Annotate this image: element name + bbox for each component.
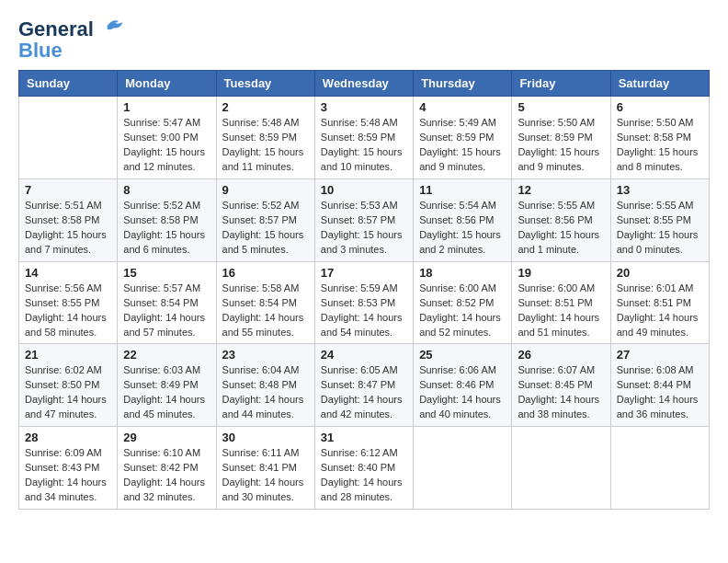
calendar-day-header: Monday <box>118 71 216 97</box>
calendar-week-row: 28Sunrise: 6:09 AM Sunset: 8:43 PM Dayli… <box>19 427 710 510</box>
calendar-week-row: 14Sunrise: 5:56 AM Sunset: 8:55 PM Dayli… <box>19 261 710 344</box>
day-number: 5 <box>518 100 604 114</box>
calendar-cell <box>512 427 610 510</box>
calendar-cell <box>19 97 118 179</box>
calendar-cell: 11Sunrise: 5:54 AM Sunset: 8:56 PM Dayli… <box>414 178 512 261</box>
day-number: 10 <box>321 183 407 197</box>
day-info: Sunrise: 6:08 AM Sunset: 8:44 PM Dayligh… <box>617 363 703 422</box>
day-info: Sunrise: 5:47 AM Sunset: 9:00 PM Dayligh… <box>123 116 210 175</box>
calendar-cell: 22Sunrise: 6:03 AM Sunset: 8:49 PM Dayli… <box>118 344 216 427</box>
calendar-cell: 23Sunrise: 6:04 AM Sunset: 8:48 PM Dayli… <box>216 344 314 427</box>
day-info: Sunrise: 6:12 AM Sunset: 8:40 PM Dayligh… <box>321 446 407 505</box>
calendar-cell: 27Sunrise: 6:08 AM Sunset: 8:44 PM Dayli… <box>610 344 709 427</box>
day-number: 30 <box>222 431 309 444</box>
calendar-cell: 5Sunrise: 5:50 AM Sunset: 8:59 PM Daylig… <box>512 97 610 179</box>
calendar-table: SundayMondayTuesdayWednesdayThursdayFrid… <box>18 70 710 510</box>
calendar-cell: 26Sunrise: 6:07 AM Sunset: 8:45 PM Dayli… <box>512 344 610 427</box>
day-number: 4 <box>419 100 506 114</box>
day-number: 23 <box>222 348 309 362</box>
day-number: 29 <box>123 431 210 444</box>
day-info: Sunrise: 6:10 AM Sunset: 8:42 PM Dayligh… <box>123 446 210 505</box>
day-number: 8 <box>123 183 210 197</box>
day-info: Sunrise: 5:50 AM Sunset: 8:58 PM Dayligh… <box>617 116 703 175</box>
calendar-day-header: Wednesday <box>314 71 413 97</box>
day-info: Sunrise: 6:07 AM Sunset: 8:45 PM Dayligh… <box>518 363 604 422</box>
day-info: Sunrise: 5:59 AM Sunset: 8:53 PM Dayligh… <box>321 282 407 340</box>
calendar-cell: 31Sunrise: 6:12 AM Sunset: 8:40 PM Dayli… <box>314 427 413 510</box>
day-info: Sunrise: 5:50 AM Sunset: 8:59 PM Dayligh… <box>518 116 604 175</box>
day-info: Sunrise: 5:53 AM Sunset: 8:57 PM Dayligh… <box>321 199 407 258</box>
calendar-cell: 16Sunrise: 5:58 AM Sunset: 8:54 PM Dayli… <box>216 261 314 344</box>
day-number: 31 <box>321 431 407 444</box>
day-number: 11 <box>419 183 506 197</box>
day-info: Sunrise: 5:57 AM Sunset: 8:54 PM Dayligh… <box>123 282 210 340</box>
day-info: Sunrise: 5:49 AM Sunset: 8:59 PM Dayligh… <box>419 116 506 175</box>
calendar-day-header: Tuesday <box>216 71 314 97</box>
day-number: 6 <box>617 100 703 114</box>
day-number: 22 <box>123 348 210 362</box>
calendar-cell: 28Sunrise: 6:09 AM Sunset: 8:43 PM Dayli… <box>19 427 118 510</box>
day-number: 26 <box>518 348 604 362</box>
day-info: Sunrise: 5:58 AM Sunset: 8:54 PM Dayligh… <box>222 282 309 340</box>
calendar-cell: 10Sunrise: 5:53 AM Sunset: 8:57 PM Dayli… <box>314 178 413 261</box>
day-info: Sunrise: 5:55 AM Sunset: 8:55 PM Dayligh… <box>617 199 703 258</box>
calendar-cell: 6Sunrise: 5:50 AM Sunset: 8:58 PM Daylig… <box>610 97 709 179</box>
day-number: 2 <box>222 100 309 114</box>
calendar-day-header: Saturday <box>610 71 709 97</box>
calendar-cell: 21Sunrise: 6:02 AM Sunset: 8:50 PM Dayli… <box>19 344 118 427</box>
day-info: Sunrise: 5:56 AM Sunset: 8:55 PM Dayligh… <box>25 282 111 340</box>
day-number: 12 <box>518 183 604 197</box>
day-info: Sunrise: 6:02 AM Sunset: 8:50 PM Dayligh… <box>25 363 111 422</box>
calendar-cell: 20Sunrise: 6:01 AM Sunset: 8:51 PM Dayli… <box>610 261 709 344</box>
day-number: 16 <box>222 266 309 280</box>
calendar-day-header: Thursday <box>414 71 512 97</box>
calendar-cell: 9Sunrise: 5:52 AM Sunset: 8:57 PM Daylig… <box>216 178 314 261</box>
day-number: 25 <box>419 348 506 362</box>
day-info: Sunrise: 6:05 AM Sunset: 8:47 PM Dayligh… <box>321 363 407 422</box>
day-info: Sunrise: 6:11 AM Sunset: 8:41 PM Dayligh… <box>222 446 309 505</box>
logo-blue: Blue <box>18 40 127 61</box>
logo: General Blue <box>18 18 127 61</box>
calendar-cell: 18Sunrise: 6:00 AM Sunset: 8:52 PM Dayli… <box>414 261 512 344</box>
day-info: Sunrise: 5:48 AM Sunset: 8:59 PM Dayligh… <box>222 116 309 175</box>
calendar-day-header: Friday <box>512 71 610 97</box>
day-info: Sunrise: 6:00 AM Sunset: 8:51 PM Dayligh… <box>518 282 604 340</box>
calendar-cell <box>610 427 709 510</box>
calendar-cell: 15Sunrise: 5:57 AM Sunset: 8:54 PM Dayli… <box>118 261 216 344</box>
calendar-cell: 2Sunrise: 5:48 AM Sunset: 8:59 PM Daylig… <box>216 97 314 179</box>
calendar-cell: 1Sunrise: 5:47 AM Sunset: 9:00 PM Daylig… <box>118 97 216 179</box>
logo-general: General <box>18 17 94 40</box>
calendar-day-header: Sunday <box>19 71 118 97</box>
day-number: 7 <box>25 183 111 197</box>
calendar-week-row: 21Sunrise: 6:02 AM Sunset: 8:50 PM Dayli… <box>19 344 710 427</box>
calendar-cell: 4Sunrise: 5:49 AM Sunset: 8:59 PM Daylig… <box>414 97 512 179</box>
calendar-header-row: SundayMondayTuesdayWednesdayThursdayFrid… <box>19 71 710 97</box>
calendar-cell: 24Sunrise: 6:05 AM Sunset: 8:47 PM Dayli… <box>314 344 413 427</box>
calendar-cell <box>414 427 512 510</box>
day-info: Sunrise: 5:48 AM Sunset: 8:59 PM Dayligh… <box>321 116 407 175</box>
day-number: 19 <box>518 266 604 280</box>
calendar-cell: 8Sunrise: 5:52 AM Sunset: 8:58 PM Daylig… <box>118 178 216 261</box>
page-header: General Blue <box>18 18 710 61</box>
day-info: Sunrise: 5:52 AM Sunset: 8:57 PM Dayligh… <box>222 199 309 258</box>
logo-bird-icon <box>101 16 127 36</box>
calendar-cell: 25Sunrise: 6:06 AM Sunset: 8:46 PM Dayli… <box>414 344 512 427</box>
day-info: Sunrise: 5:52 AM Sunset: 8:58 PM Dayligh… <box>123 199 210 258</box>
day-number: 21 <box>25 348 111 362</box>
calendar-cell: 12Sunrise: 5:55 AM Sunset: 8:56 PM Dayli… <box>512 178 610 261</box>
day-info: Sunrise: 6:01 AM Sunset: 8:51 PM Dayligh… <box>617 282 703 340</box>
calendar-cell: 19Sunrise: 6:00 AM Sunset: 8:51 PM Dayli… <box>512 261 610 344</box>
calendar-cell: 13Sunrise: 5:55 AM Sunset: 8:55 PM Dayli… <box>610 178 709 261</box>
calendar-cell: 7Sunrise: 5:51 AM Sunset: 8:58 PM Daylig… <box>19 178 118 261</box>
day-info: Sunrise: 5:54 AM Sunset: 8:56 PM Dayligh… <box>419 199 506 258</box>
day-number: 1 <box>123 100 210 114</box>
calendar-week-row: 1Sunrise: 5:47 AM Sunset: 9:00 PM Daylig… <box>19 97 710 179</box>
day-info: Sunrise: 6:09 AM Sunset: 8:43 PM Dayligh… <box>25 446 111 505</box>
calendar-cell: 14Sunrise: 5:56 AM Sunset: 8:55 PM Dayli… <box>19 261 118 344</box>
calendar-cell: 29Sunrise: 6:10 AM Sunset: 8:42 PM Dayli… <box>118 427 216 510</box>
day-number: 20 <box>617 266 703 280</box>
day-info: Sunrise: 6:03 AM Sunset: 8:49 PM Dayligh… <box>123 363 210 422</box>
day-number: 27 <box>617 348 703 362</box>
day-info: Sunrise: 5:51 AM Sunset: 8:58 PM Dayligh… <box>25 199 111 258</box>
day-info: Sunrise: 6:04 AM Sunset: 8:48 PM Dayligh… <box>222 363 309 422</box>
